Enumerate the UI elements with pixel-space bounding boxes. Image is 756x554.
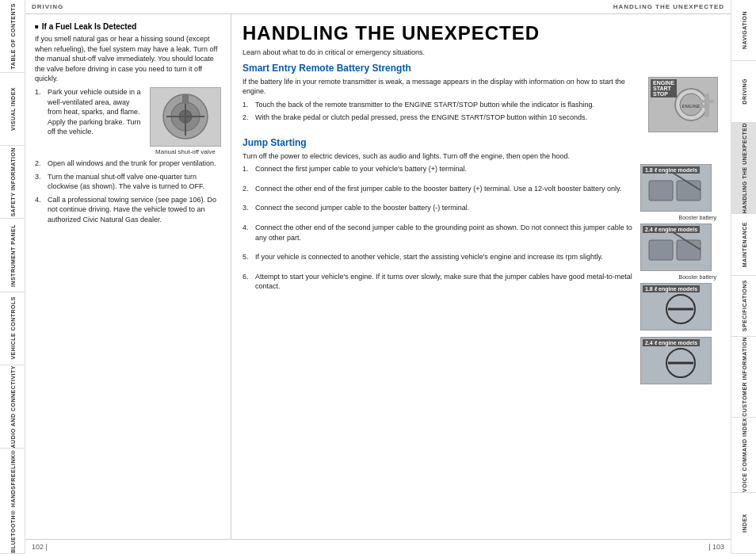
svg-rect-11 (700, 105, 709, 108)
left-list-text-4: Call a professional towing service (see … (48, 195, 221, 225)
jump-text-5: If your vehicle is connected to another … (255, 252, 636, 262)
top-bar-right: HANDLING THE UNEXPECTED (613, 3, 724, 10)
jump-num-2: 2. (242, 184, 255, 194)
left-list-item-4: 4. Call a professional towing service (s… (35, 195, 221, 225)
section1-intro: If the battery life in your remote trans… (242, 77, 642, 97)
jump-start-content: 1. Connect the first jumper cable to you… (242, 164, 720, 388)
sidebar-item-voice-command[interactable]: VOICE COMMAND INDEX (731, 418, 756, 493)
left-list-text-1: Park your vehicle outside in a well-vent… (48, 87, 145, 137)
svg-rect-17 (649, 240, 673, 260)
sidebar-item-handling-unexpected[interactable]: HANDLING THE UNEXPECTED (731, 123, 756, 214)
section1-text-area: If the battery life in your remote trans… (242, 77, 642, 132)
jump-num-6: 6. (242, 272, 255, 292)
left-list-item-2: 2. Open all windows and the trunk for pr… (35, 159, 221, 169)
left-list-item-3: 3. Turn the manual shut-off valve one-qu… (35, 172, 221, 192)
right-intro-text: Learn about what to do in critical or em… (242, 48, 720, 58)
sidebar-item-table-of-contents[interactable]: TABLE OF CONTENTS (0, 0, 25, 73)
left-list-num-4: 4. (35, 195, 48, 225)
page-number-right: | 103 (708, 543, 724, 551)
battery-image-1-container: 1.8 ℓ engine models Booster battery (640, 164, 720, 220)
section2-heading: Jump Starting (242, 137, 720, 148)
jump-text-6: Attempt to start your vehicle's engine. … (255, 272, 636, 292)
jump-item-5: 5. If your vehicle is connected to anoth… (242, 252, 636, 262)
sidebar-item-bluetooth[interactable]: BLUETOOTH® HANDSFREELINK® (0, 449, 25, 554)
sidebar-item-navigation[interactable]: NAVIGATION (731, 0, 756, 61)
bottom-bar: 102 | | 103 (25, 539, 731, 554)
left-item-1-container: Manual shut-off valve 1. Park your vehic… (35, 87, 221, 159)
sidebar-item-instrument-panel[interactable]: INSTRUMENT PANEL (0, 219, 25, 292)
spacer-3 (242, 216, 636, 223)
sidebar-item-maintenance[interactable]: MAINTENANCE (731, 214, 756, 275)
jump-item-4: 4. Connect the other end of the second j… (242, 223, 636, 243)
spacer-2 (242, 197, 636, 203)
jump-item-6: 6. Attempt to start your vehicle's engin… (242, 272, 636, 292)
sidebar-item-customer-info[interactable]: CUSTOMER INFORMATION (731, 337, 756, 418)
section2-intro: Turn off the power to electric devices, … (242, 151, 720, 162)
jump-item-1: 1. Connect the first jumper cable to you… (242, 164, 636, 174)
jump-start-list: 1. Connect the first jumper cable to you… (242, 164, 636, 388)
jump-num-3: 3. (242, 203, 255, 213)
section1-content: If the battery life in your remote trans… (242, 77, 720, 132)
left-list-item-1: 1. Park your vehicle outside in a well-v… (35, 87, 145, 137)
sidebar-item-visual-index[interactable]: VISUAL INDEX (0, 73, 25, 146)
section1-item-1: 1. Touch the back of the remote transmit… (242, 100, 642, 110)
section1-item-2: 2. With the brake pedal or clutch pedal … (242, 113, 642, 123)
svg-rect-10 (700, 100, 714, 103)
page-main-title: HANDLING THE UNEXPECTED (242, 22, 720, 44)
battery-images-column: 1.8 ℓ engine models Booster battery (640, 164, 720, 388)
spacer-4 (242, 246, 636, 252)
battery-caption-2: Booster battery (640, 274, 720, 280)
sidebar-item-index[interactable]: INDEX (731, 493, 756, 554)
battery-image-3-container: 1.8 ℓ engine models (640, 283, 720, 334)
jump-num-4: 4. (242, 223, 255, 243)
section1-num-1: 1. (242, 100, 255, 110)
spacer-5 (242, 266, 636, 272)
spacer-1 (242, 178, 636, 184)
left-list-text-3: Turn the manual shut-off valve one-quart… (48, 172, 221, 192)
left-section-title: If a Fuel Leak Is Detected (35, 22, 221, 31)
shutoff-valve-svg (154, 91, 217, 143)
battery-image-1: 1.8 ℓ engine models (640, 164, 712, 212)
main-content: DRIVING HANDLING THE UNEXPECTED If a Fue… (25, 0, 731, 554)
sidebar-item-vehicle-controls[interactable]: VEHICLE CONTROLS (0, 292, 25, 365)
jump-text-1: Connect the first jumper cable to your v… (255, 164, 636, 174)
svg-text:ENGINE: ENGINE (682, 104, 700, 109)
section1-image-container: ENGINESTARTSTOP ENGINE (648, 77, 720, 132)
right-sidebar: NAVIGATION DRIVING HANDLING THE UNEXPECT… (731, 0, 756, 554)
section1-text-1: Touch the back of the remote transmitter… (255, 100, 642, 110)
page-number-left: 102 | (32, 543, 48, 551)
left-page: If a Fuel Leak Is Detected If you smell … (25, 14, 231, 539)
left-intro-text: If you smell natural gas or hear a hissi… (35, 34, 221, 84)
jump-num-5: 5. (242, 252, 255, 262)
jump-text-2: Connect the other end of the first jumpe… (255, 184, 636, 194)
battery-image-3: 1.8 ℓ engine models (640, 283, 712, 330)
jump-item-3: 3. Connect the second jumper cable to th… (242, 203, 636, 213)
section1-text-2: With the brake pedal or clutch pedal pre… (255, 113, 642, 123)
battery-image-4-container: 2.4 ℓ engine models (640, 337, 720, 388)
left-sidebar: TABLE OF CONTENTS VISUAL INDEX SAFETY IN… (0, 0, 25, 554)
battery-image-2-container: 2.4 ℓ engine models Booster battery (640, 224, 720, 280)
top-bar-left: DRIVING (32, 3, 63, 10)
shutoff-valve-image (150, 87, 221, 147)
section1-num-2: 2. (242, 113, 255, 123)
top-bar: DRIVING HANDLING THE UNEXPECTED (25, 0, 731, 14)
content-area: If a Fuel Leak Is Detected If you smell … (25, 14, 731, 539)
left-list-num-1: 1. (35, 87, 48, 137)
sidebar-item-driving[interactable]: DRIVING (731, 61, 756, 122)
jump-text-3: Connect the second jumper cable to the b… (255, 203, 636, 213)
sidebar-item-specifications[interactable]: SPECIFICATIONS (731, 276, 756, 337)
battery-image-4: 2.4 ℓ engine models (640, 337, 712, 384)
jump-text-4: Connect the other end of the second jump… (255, 223, 636, 243)
right-page: HANDLING THE UNEXPECTED Learn about what… (231, 14, 731, 539)
shutoff-valve-image-container: Manual shut-off valve (150, 87, 221, 155)
svg-rect-13 (649, 181, 673, 201)
jump-item-2: 2. Connect the other end of the first ju… (242, 184, 636, 194)
svg-rect-5 (182, 94, 189, 104)
shutoff-valve-caption: Manual shut-off valve (150, 148, 221, 155)
left-list-num-3: 3. (35, 172, 48, 192)
sidebar-item-audio[interactable]: AUDIO AND CONNECTIVITY (0, 365, 25, 449)
sidebar-item-safety-information[interactable]: SAFETY INFORMATION (0, 146, 25, 219)
battery-image-2: 2.4 ℓ engine models (640, 224, 712, 271)
left-list-text-2: Open all windows and the trunk for prope… (48, 159, 221, 169)
battery-caption-1: Booster battery (640, 215, 720, 220)
